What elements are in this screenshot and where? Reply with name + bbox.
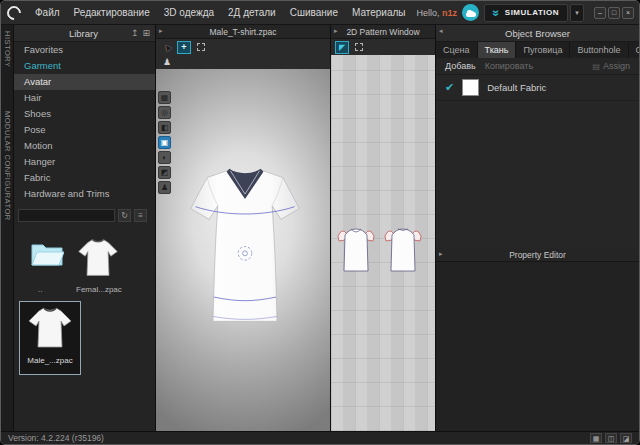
- 2d-toolbar: ◤: [331, 39, 435, 55]
- parent-folder-thumbnail[interactable]: [30, 239, 64, 271]
- fabric-list-item[interactable]: ✔ Default Fabric: [436, 75, 639, 101]
- library-item-avatar[interactable]: Avatar: [14, 74, 155, 90]
- list-view-icon[interactable]: ≡: [134, 209, 147, 222]
- panel-menu-arrow-icon[interactable]: ▸: [334, 27, 338, 35]
- collapse-panel-icon[interactable]: ◂: [439, 27, 443, 35]
- status-bar-icons: ▦ ◫ ◪: [590, 433, 632, 443]
- tab-buttonhole[interactable]: Buttonhole: [570, 42, 628, 58]
- folder-icon: [30, 239, 64, 267]
- pattern-pieces[interactable]: [337, 223, 429, 275]
- menu-sewing[interactable]: Сшивание: [283, 1, 345, 25]
- assign-fabric-button[interactable]: ▤Assign: [592, 61, 630, 71]
- panel-menu-arrow-icon[interactable]: ▸: [159, 27, 163, 35]
- simulation-label: SIMULATION: [505, 8, 559, 17]
- show-avatar-button[interactable]: ♟: [160, 56, 174, 69]
- box-select-tool-button[interactable]: [194, 41, 208, 54]
- tab-scene[interactable]: Сцена: [436, 42, 478, 58]
- assign-label: Assign: [603, 61, 630, 71]
- female-tshirt-thumbnail[interactable]: [76, 235, 120, 285]
- simulation-chevrons-icon: »: [490, 9, 502, 16]
- menu-materials[interactable]: Материалы: [345, 1, 413, 25]
- add-fabric-button[interactable]: Добавь: [445, 61, 476, 71]
- expand-panel-icon[interactable]: ▸: [439, 250, 443, 258]
- side-rail: HISTORY MODULAR CONFIGURATOR: [1, 25, 14, 431]
- library-search-row: ↻ ≡: [14, 202, 155, 226]
- library-item-pose[interactable]: Pose: [14, 122, 155, 138]
- object-browser-header: ◂ Object Browser: [436, 25, 639, 42]
- close-button[interactable]: ×: [622, 7, 634, 19]
- menu-2d-patterns[interactable]: 2Д детали: [221, 1, 283, 25]
- show-avatar-display-icon[interactable]: ♟: [158, 181, 171, 194]
- clo-logo-icon[interactable]: [4, 3, 24, 23]
- version-text: Version: 4.2.224 (r35196): [8, 433, 104, 443]
- library-title: Library: [14, 28, 131, 39]
- app-window: Файл Редактирование 3D одежда 2Д детали …: [0, 0, 640, 445]
- show-textured-surface-icon[interactable]: ▦: [158, 91, 171, 104]
- object-browser-panel: ◂ Object Browser Сцена Ткань Пуговица Bu…: [436, 25, 639, 431]
- rotate-view-icon[interactable]: ◎: [158, 106, 171, 119]
- greeting-prefix: Hello,: [417, 8, 443, 18]
- library-item-fabric[interactable]: Fabric: [14, 170, 155, 186]
- username[interactable]: n1z: [442, 8, 457, 18]
- cloud-icon: [466, 12, 476, 17]
- add-folder-icon[interactable]: ⊞: [142, 28, 150, 38]
- shade-view-toggle-icon[interactable]: ◪: [620, 433, 632, 443]
- tab-fabric[interactable]: Ткань: [478, 42, 517, 58]
- menu-edit[interactable]: Редактирование: [67, 1, 157, 25]
- fabric-swatch[interactable]: [462, 79, 479, 96]
- grid-view-toggle-icon[interactable]: ▦: [590, 433, 602, 443]
- 3d-canvas[interactable]: ▦ ◎ ◧ ▣ ◐ ◩ ♟: [156, 69, 330, 431]
- minimize-button[interactable]: –: [594, 7, 606, 19]
- upload-icon[interactable]: ↥: [131, 28, 139, 38]
- move-gizmo-tool-button[interactable]: +: [177, 41, 191, 54]
- show-mesh-icon[interactable]: ◧: [158, 121, 171, 134]
- edit-pattern-tool-button[interactable]: [352, 41, 366, 54]
- 2d-canvas[interactable]: [331, 55, 435, 431]
- library-item-hanger[interactable]: Hanger: [14, 154, 155, 170]
- library-header: Library ↥ ⊞: [14, 25, 155, 42]
- show-pattern-icon[interactable]: ◩: [158, 166, 171, 179]
- show-shading-icon[interactable]: ◐: [158, 151, 171, 164]
- menu-file[interactable]: Файл: [28, 1, 67, 25]
- male-tshirt-thumbnail-selected[interactable]: Male_...zpac: [19, 301, 81, 375]
- fabric-list-empty-area: [436, 101, 639, 248]
- copy-fabric-button[interactable]: Копировать: [485, 61, 533, 71]
- maximize-button[interactable]: □: [608, 7, 620, 19]
- object-browser-tabs: Сцена Ткань Пуговица Buttonhole C: [436, 42, 639, 58]
- split-view-toggle-icon[interactable]: ◫: [605, 433, 617, 443]
- library-item-garment[interactable]: Garment: [14, 58, 155, 74]
- 2d-pattern-panel: ▸ 2D Pattern Window ◤: [331, 25, 436, 431]
- modular-configurator-tab[interactable]: MODULAR CONFIGURATOR: [3, 111, 12, 221]
- select-tool-button[interactable]: ▶: [160, 41, 174, 54]
- library-item-hair[interactable]: Hair: [14, 90, 155, 106]
- status-bar: Version: 4.2.224 (r35196) ▦ ◫ ◪: [1, 431, 639, 444]
- tab-button[interactable]: Пуговица: [516, 42, 570, 58]
- library-list: Favorites Garment Avatar Hair Shoes Pose…: [14, 42, 155, 202]
- property-editor-title: Property Editor: [509, 250, 566, 260]
- menu-bar: Файл Редактирование 3D одежда 2Д детали …: [1, 1, 639, 25]
- library-item-shoes[interactable]: Shoes: [14, 106, 155, 122]
- library-item-favorites[interactable]: Favorites: [14, 42, 155, 58]
- library-item-motion[interactable]: Motion: [14, 138, 155, 154]
- object-browser-title: Object Browser: [505, 28, 570, 39]
- 3d-viewport-header: ▸ Male_T-shirt.zpac: [156, 25, 330, 39]
- 2d-pattern-title: 2D Pattern Window: [346, 27, 419, 37]
- tab-truncated[interactable]: C: [629, 42, 640, 58]
- tshirt-3d-model[interactable]: [186, 163, 304, 333]
- female-tshirt-label: Femal...zpac: [76, 285, 122, 294]
- library-item-hardware-and-trims[interactable]: Hardware and Trims: [14, 186, 155, 202]
- menu-3d-garment[interactable]: 3D одежда: [157, 1, 221, 25]
- dashed-box-icon: [355, 43, 363, 51]
- greeting-text: Hello, n1z: [417, 8, 458, 18]
- pattern-group-front: [338, 229, 374, 271]
- show-thickness-icon[interactable]: ▣: [158, 136, 171, 149]
- simulation-dropdown-button[interactable]: ▾: [570, 4, 584, 22]
- history-tab[interactable]: HISTORY: [3, 31, 12, 68]
- property-editor-header[interactable]: ▸ Property Editor: [436, 248, 639, 262]
- transform-pattern-tool-button[interactable]: ◤: [335, 41, 349, 54]
- simulation-button[interactable]: » SIMULATION: [484, 4, 568, 22]
- refresh-icon[interactable]: ↻: [118, 209, 131, 222]
- library-search-input[interactable]: [18, 209, 115, 222]
- cloud-sync-button[interactable]: [462, 4, 479, 21]
- checkmark-icon: ✔: [445, 81, 454, 94]
